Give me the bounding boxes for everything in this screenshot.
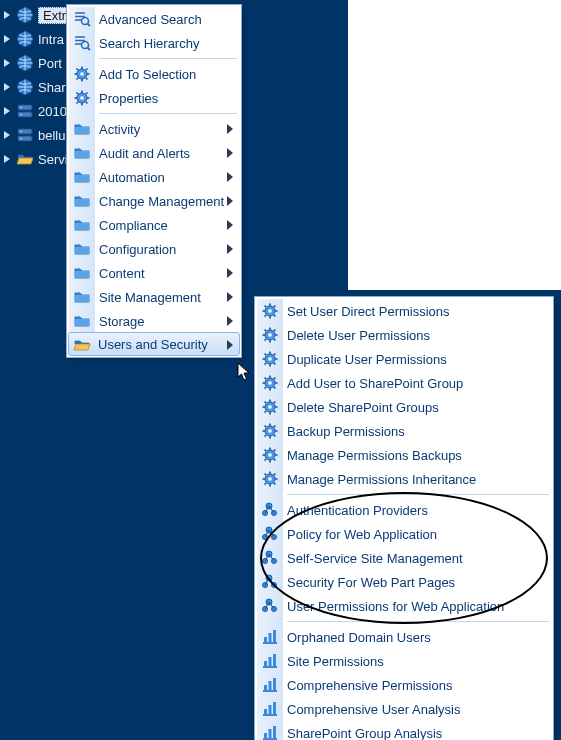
menu-item-label: Manage Permissions Backups [287, 448, 462, 463]
menu-item-label: Duplicate User Permissions [287, 352, 447, 367]
menu-item-label: Security For Web Part Pages [287, 575, 455, 590]
submenu-arrow-icon [227, 172, 233, 182]
search-lines-icon [73, 10, 91, 28]
folder-icon [73, 312, 91, 330]
gear-icon [261, 350, 279, 368]
menu-item[interactable]: Users and Security [68, 332, 240, 356]
server-icon [16, 126, 34, 144]
menu-item-label: Activity [99, 122, 140, 137]
gear-icon [261, 398, 279, 416]
folder-open-icon [16, 150, 34, 168]
tree-item-label: bellu [38, 128, 65, 143]
menu-item[interactable]: Storage [69, 309, 239, 333]
menu-item[interactable]: Authentication Providers [257, 498, 551, 522]
expand-arrow-icon[interactable] [4, 58, 14, 68]
menu-item[interactable]: Backup Permissions [257, 419, 551, 443]
chart-icon [261, 652, 279, 670]
folder-icon [73, 240, 91, 258]
menu-item-label: Site Management [99, 290, 201, 305]
menu-item[interactable]: Compliance [69, 213, 239, 237]
gear-icon [261, 302, 279, 320]
menu-item[interactable]: Delete SharePoint Groups [257, 395, 551, 419]
menu-item[interactable]: Orphaned Domain Users [257, 625, 551, 649]
submenu-arrow-icon [227, 340, 233, 350]
menu-item[interactable]: Activity [69, 117, 239, 141]
menu-item[interactable]: Audit and Alerts [69, 141, 239, 165]
expand-arrow-icon[interactable] [4, 34, 14, 44]
menu-item[interactable]: Search Hierarchy [69, 31, 239, 55]
expand-arrow-icon[interactable] [4, 130, 14, 140]
menu-item[interactable]: Automation [69, 165, 239, 189]
folder-icon [73, 120, 91, 138]
menu-item[interactable]: Security For Web Part Pages [257, 570, 551, 594]
expand-arrow-icon[interactable] [4, 82, 14, 92]
mouse-cursor [237, 362, 253, 384]
submenu-arrow-icon [227, 148, 233, 158]
sp-icon [261, 549, 279, 567]
tree-item-label: 2010 [38, 104, 67, 119]
menu-item-label: SharePoint Group Analysis [287, 726, 442, 741]
context-submenu[interactable]: Set User Direct PermissionsDelete User P… [254, 296, 554, 740]
menu-item[interactable]: Comprehensive Permissions [257, 673, 551, 697]
menu-item-label: Orphaned Domain Users [287, 630, 431, 645]
submenu-arrow-icon [227, 220, 233, 230]
menu-item[interactable]: SharePoint Group Analysis [257, 721, 551, 740]
menu-item-label: Configuration [99, 242, 176, 257]
menu-item[interactable]: Site Management [69, 285, 239, 309]
menu-item-label: Add To Selection [99, 67, 196, 82]
menu-item-label: Manage Permissions Inheritance [287, 472, 476, 487]
menu-item-label: Search Hierarchy [99, 36, 199, 51]
menu-item-label: Backup Permissions [287, 424, 405, 439]
menu-item[interactable]: Content [69, 261, 239, 285]
menu-item[interactable]: Comprehensive User Analysis [257, 697, 551, 721]
menu-item-label: Site Permissions [287, 654, 384, 669]
menu-item[interactable]: Configuration [69, 237, 239, 261]
expand-arrow-icon[interactable] [4, 154, 14, 164]
menu-item[interactable]: Properties [69, 86, 239, 110]
gear-icon [261, 374, 279, 392]
chart-icon [261, 628, 279, 646]
gear-icon [73, 65, 91, 83]
menu-item[interactable]: Advanced Search [69, 7, 239, 31]
menu-item[interactable]: User Permissions for Web Application [257, 594, 551, 618]
chart-icon [261, 700, 279, 718]
menu-item[interactable]: Policy for Web Application [257, 522, 551, 546]
gear-icon [261, 470, 279, 488]
menu-item[interactable]: Duplicate User Permissions [257, 347, 551, 371]
context-menu[interactable]: Advanced SearchSearch HierarchyAdd To Se… [66, 4, 242, 358]
submenu-arrow-icon [227, 244, 233, 254]
menu-separator [99, 58, 237, 59]
folder-icon [73, 264, 91, 282]
menu-item[interactable]: Manage Permissions Inheritance [257, 467, 551, 491]
menu-item[interactable]: Manage Permissions Backups [257, 443, 551, 467]
gear-icon [261, 326, 279, 344]
sp-icon [261, 501, 279, 519]
folder-icon [73, 288, 91, 306]
submenu-arrow-icon [227, 268, 233, 278]
globe-icon [16, 6, 34, 24]
menu-item[interactable]: Site Permissions [257, 649, 551, 673]
submenu-arrow-icon [227, 292, 233, 302]
menu-item-label: Change Management [99, 194, 224, 209]
menu-item[interactable]: Delete User Permissions [257, 323, 551, 347]
menu-item-label: Audit and Alerts [99, 146, 190, 161]
folder-icon [73, 192, 91, 210]
folder-open-icon [73, 336, 91, 354]
menu-item[interactable]: Add User to SharePoint Group [257, 371, 551, 395]
submenu-arrow-icon [227, 124, 233, 134]
gear-icon [261, 446, 279, 464]
globe-icon [16, 30, 34, 48]
menu-item[interactable]: Add To Selection [69, 62, 239, 86]
chart-icon [261, 724, 279, 740]
menu-item-label: Compliance [99, 218, 168, 233]
menu-item[interactable]: Set User Direct Permissions [257, 299, 551, 323]
menu-item[interactable]: Change Management [69, 189, 239, 213]
content-panel [348, 0, 561, 290]
menu-item[interactable]: Self-Service Site Management [257, 546, 551, 570]
server-icon [16, 102, 34, 120]
menu-item-label: Add User to SharePoint Group [287, 376, 463, 391]
menu-item-label: Properties [99, 91, 158, 106]
expand-arrow-icon[interactable] [4, 10, 14, 20]
menu-item-label: Comprehensive Permissions [287, 678, 452, 693]
expand-arrow-icon[interactable] [4, 106, 14, 116]
